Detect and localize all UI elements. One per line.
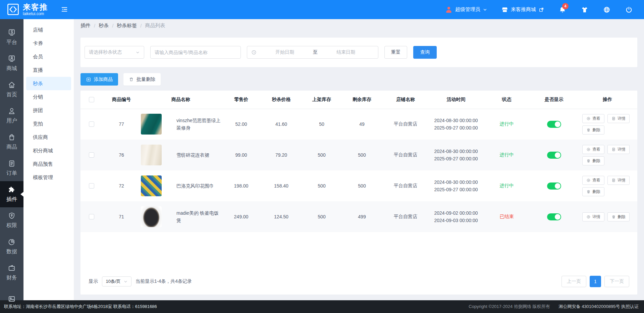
secondary-nav-item-member[interactable]: 会员: [23, 50, 74, 63]
row-checkbox[interactable]: [89, 121, 94, 127]
view-button[interactable]: 查看: [582, 176, 604, 185]
notifications-button[interactable]: 4: [559, 6, 566, 13]
primary-nav-item-order[interactable]: 订单: [0, 155, 23, 181]
delete-button[interactable]: 删除: [582, 125, 604, 135]
visibility-cell: [530, 140, 578, 170]
primary-nav-item-data[interactable]: 数据: [0, 233, 23, 260]
delete-button[interactable]: 删除: [607, 212, 630, 221]
detail-button[interactable]: 详情: [607, 176, 630, 185]
primary-nav-label-finance: 财务: [6, 274, 17, 281]
batch-delete-button[interactable]: 批量删除: [123, 73, 161, 86]
secondary-nav-item-distribution[interactable]: 分销: [23, 90, 74, 104]
shelf-stock: 500: [302, 140, 342, 170]
delete-button-label: 删除: [592, 127, 600, 133]
activity-start-time: 2024-08-30 00:00:00: [429, 178, 483, 186]
language-button[interactable]: [603, 6, 610, 13]
primary-nav-item-platform[interactable]: 平台: [0, 24, 23, 50]
visibility-cell: [530, 201, 578, 232]
visibility-toggle[interactable]: [547, 213, 561, 220]
table-row: 77vinszhe范思哲墨绿上装修身52.0041.605049平台自营店202…: [80, 109, 637, 140]
detail-button[interactable]: 详情: [582, 212, 604, 221]
primary-nav-item-user[interactable]: 用户: [0, 103, 23, 129]
delete-button[interactable]: 删除: [582, 156, 604, 165]
table-row: 72巴洛克风印花围巾198.00158.40500500平台自营店2024-08…: [80, 170, 637, 201]
primary-nav-label-goods: 商品: [6, 144, 17, 151]
keyword-input[interactable]: [150, 46, 241, 59]
add-product-label: 添加商品: [94, 76, 113, 83]
visibility-toggle[interactable]: [547, 182, 561, 190]
shop-name: 平台自营店: [382, 140, 429, 170]
table-row: 71madie美的 铁釜电饭煲249.00124.50500499平台自营店20…: [80, 201, 637, 232]
retail-price: 99.00: [221, 140, 261, 170]
eye-icon: [586, 178, 591, 182]
secondary-nav-item-seckill[interactable]: 秒杀: [26, 77, 71, 90]
per-page-select[interactable]: 10条/页: [102, 276, 131, 286]
activity-time: 2024-08-30 00:00:002025-09-27 00:00:00: [429, 109, 483, 140]
laiketui-logo-icon: [7, 3, 19, 16]
delete-button[interactable]: 删除: [582, 187, 604, 196]
product-name-wrap: madie美的 铁釜电饭煲: [140, 206, 221, 227]
product-image: [141, 145, 162, 165]
seckill-status-select[interactable]: 请选择秒杀状态: [85, 46, 144, 59]
breadcrumb-item[interactable]: 插件: [80, 22, 91, 29]
primary-nav-item-home[interactable]: 首页: [0, 76, 23, 103]
eye-icon: [586, 147, 591, 152]
primary-nav-label-mall: 商城: [6, 65, 17, 72]
primary-nav-item-finance[interactable]: 财务: [0, 260, 23, 286]
select-all-header: [80, 91, 103, 109]
view-button[interactable]: 查看: [582, 114, 604, 123]
status-cell: 进行中: [483, 170, 530, 201]
primary-nav-item-goods[interactable]: 商品: [0, 129, 23, 155]
operations: 查看详情删除: [582, 145, 633, 165]
secondary-nav-item-auction[interactable]: 竞拍: [23, 117, 74, 131]
next-page-button[interactable]: 下一页: [604, 276, 629, 287]
secondary-nav-item-groupbuy[interactable]: 拼团: [23, 104, 74, 117]
shop-link[interactable]: 来客推商城: [501, 6, 544, 13]
theme-button[interactable]: [581, 6, 588, 13]
detail-button[interactable]: 详情: [607, 114, 630, 123]
view-button[interactable]: 查看: [582, 145, 604, 154]
secondary-nav-item-presale[interactable]: 商品预售: [23, 157, 74, 171]
secondary-nav-item-live[interactable]: 直播: [23, 63, 74, 77]
logout-button[interactable]: [625, 6, 633, 13]
operations: 查看详情删除: [582, 176, 633, 196]
secondary-nav-item-coupon[interactable]: 卡券: [23, 37, 74, 50]
secondary-nav-item-shop[interactable]: 店铺: [23, 23, 74, 37]
user-menu[interactable]: 超级管理员: [445, 6, 487, 14]
date-to-label: 至: [313, 49, 318, 55]
select-all-checkbox[interactable]: [89, 97, 94, 102]
search-button[interactable]: 查询: [413, 46, 437, 59]
row-checkbox[interactable]: [89, 152, 94, 158]
footer-police-record[interactable]: 湘公网安备 43010402000895号 执照认证: [559, 304, 639, 310]
sidebar-collapse-icon[interactable]: [61, 6, 68, 13]
primary-nav-item-permission[interactable]: 权限: [0, 207, 23, 233]
breadcrumb-item[interactable]: 秒杀标签: [117, 22, 137, 29]
page-number-1[interactable]: 1: [590, 276, 601, 287]
brand-domain: laiketui.com: [23, 12, 48, 16]
primary-nav-item-mall[interactable]: 商城: [0, 50, 23, 76]
row-checkbox[interactable]: [89, 214, 94, 219]
status-badge: 进行中: [500, 121, 514, 126]
primary-nav-item-media[interactable]: [0, 286, 23, 312]
row-checkbox[interactable]: [89, 183, 94, 189]
operations-cell: 详情删除: [578, 201, 637, 232]
breadcrumb-separator: /: [112, 23, 113, 29]
visibility-toggle[interactable]: [547, 121, 561, 128]
detail-button[interactable]: 详情: [607, 145, 630, 154]
visibility-toggle[interactable]: [547, 152, 561, 159]
secondary-nav-item-template[interactable]: 模板管理: [23, 171, 74, 184]
filter-bar: 请选择秒杀状态 开始日期 至 结束日期 重置 查询: [80, 38, 637, 67]
reset-button[interactable]: 重置: [384, 46, 407, 59]
product-name: vinszhe范思哲墨绿上装修身: [176, 117, 221, 132]
secondary-nav-item-points-mall[interactable]: 积分商城: [23, 144, 74, 157]
topbar-left: 来客推 laiketui.com: [0, 3, 68, 16]
retail-price: 249.00: [221, 201, 261, 232]
add-product-button[interactable]: 添加商品: [80, 73, 118, 86]
shop-name: 平台自营店: [382, 170, 429, 201]
batch-delete-label: 批量删除: [137, 76, 155, 83]
date-range-picker[interactable]: 开始日期 至 结束日期: [247, 46, 378, 59]
secondary-nav-item-supplier[interactable]: 供应商: [23, 131, 74, 144]
trash-icon: [586, 159, 591, 163]
prev-page-button[interactable]: 上一页: [561, 276, 586, 287]
breadcrumb-item[interactable]: 秒杀: [99, 22, 109, 29]
